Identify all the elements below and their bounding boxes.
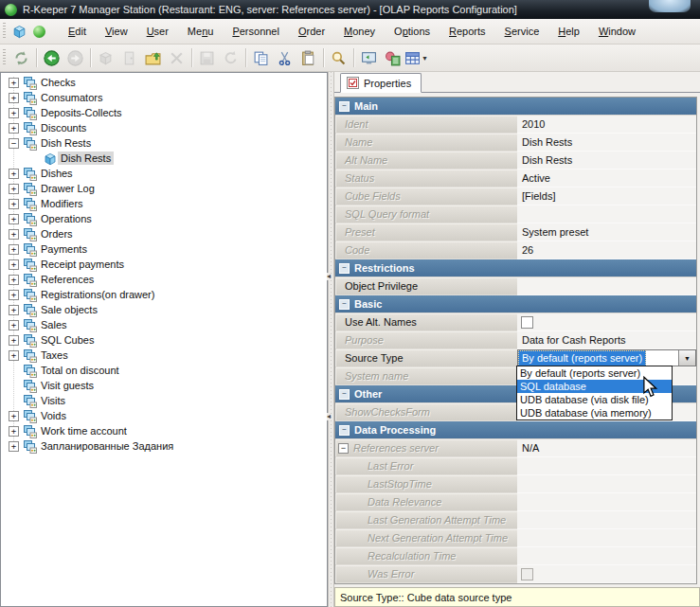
section-collapse-icon[interactable]: − bbox=[339, 425, 350, 436]
tree-item-drawer-log[interactable]: +Drawer Log bbox=[1, 181, 327, 196]
splitter-collapse-icon[interactable]: ◂ bbox=[327, 273, 331, 280]
expand-icon[interactable]: + bbox=[9, 290, 19, 300]
expand-icon[interactable]: + bbox=[9, 78, 19, 88]
expand-icon[interactable]: + bbox=[9, 123, 19, 134]
expand-icon[interactable]: + bbox=[9, 93, 19, 103]
collapse-icon[interactable]: − bbox=[338, 443, 349, 454]
section-header-restrictions[interactable]: −Restrictions bbox=[335, 259, 696, 277]
dropdown-option-udb-database-via-memory[interactable]: UDB database (via memory) bbox=[517, 406, 672, 420]
tree-item-registrations-on-drawer[interactable]: +Registrations(on drawer) bbox=[1, 287, 327, 302]
tree-item-receipt-payments[interactable]: +Receipt payments bbox=[1, 257, 327, 272]
property-label-text: Object Privilege bbox=[345, 280, 418, 292]
menu-money[interactable]: Money bbox=[334, 22, 385, 41]
menu-view[interactable]: View bbox=[96, 22, 137, 41]
splitter-collapse-icon[interactable]: ◂ bbox=[327, 413, 331, 420]
search-button[interactable] bbox=[327, 47, 350, 69]
section-header-main[interactable]: −Main bbox=[335, 98, 696, 116]
expand-icon[interactable]: + bbox=[9, 169, 19, 179]
expand-icon[interactable]: + bbox=[9, 229, 19, 240]
section-header-basic[interactable]: −Basic bbox=[335, 295, 696, 313]
tree-item-dish-rests[interactable]: −Dish Rests bbox=[1, 135, 327, 151]
forward-button[interactable] bbox=[63, 47, 87, 69]
menu-order[interactable]: Order bbox=[289, 22, 334, 41]
tree-item-consumators[interactable]: +Consumators bbox=[1, 90, 327, 105]
cut-button[interactable] bbox=[273, 47, 296, 69]
tree-item-operations[interactable]: +Operations bbox=[1, 211, 327, 226]
window-controls-button[interactable] bbox=[649, 0, 691, 12]
menubar-grip[interactable] bbox=[3, 23, 6, 40]
menu-edit[interactable]: Edit bbox=[59, 22, 96, 41]
cubes-stack-icon bbox=[23, 91, 38, 105]
expand-icon[interactable]: + bbox=[9, 411, 19, 421]
import-button[interactable] bbox=[141, 47, 165, 69]
tab-properties[interactable]: Properties bbox=[340, 73, 422, 93]
paste-button[interactable] bbox=[296, 47, 320, 69]
tree-item-payments[interactable]: +Payments bbox=[1, 241, 327, 257]
tree-item-taxes[interactable]: +Taxes bbox=[1, 348, 327, 363]
property-value[interactable] bbox=[517, 313, 696, 331]
section-collapse-icon[interactable]: − bbox=[339, 263, 350, 274]
delete-button[interactable] bbox=[165, 47, 188, 69]
save-button[interactable] bbox=[195, 47, 219, 69]
menu-reports[interactable]: Reports bbox=[440, 22, 495, 41]
tree-item-visits[interactable]: +Visits bbox=[1, 393, 327, 408]
tree-item-deposits-collects[interactable]: +Deposits-Collects bbox=[1, 105, 327, 120]
section-collapse-icon[interactable]: − bbox=[339, 101, 350, 112]
expand-icon[interactable]: + bbox=[9, 244, 19, 255]
tree-item-total-on-discount[interactable]: +Total on discount bbox=[1, 363, 327, 378]
tree-item-references[interactable]: +References bbox=[1, 272, 327, 287]
menu-menu[interactable]: Menu bbox=[178, 22, 224, 41]
tree-item-sales[interactable]: +Sales bbox=[1, 317, 327, 332]
detach-button[interactable] bbox=[117, 47, 141, 69]
section-header-data-processing[interactable]: −Data Processing bbox=[335, 421, 696, 439]
expand-icon[interactable]: + bbox=[9, 335, 19, 346]
expand-icon[interactable]: + bbox=[9, 108, 19, 118]
section-collapse-icon[interactable]: − bbox=[339, 299, 350, 310]
panel-splitter[interactable]: ◂ ◂ bbox=[328, 72, 334, 607]
save-icon bbox=[199, 50, 215, 66]
property-value[interactable] bbox=[517, 277, 696, 295]
expand-icon[interactable]: + bbox=[9, 426, 19, 437]
preview-button[interactable] bbox=[357, 47, 381, 69]
expand-icon[interactable]: + bbox=[9, 214, 19, 224]
tree-item-modifiers[interactable]: +Modifiers bbox=[1, 196, 327, 211]
copy-button[interactable] bbox=[249, 47, 273, 69]
menu-options[interactable]: Options bbox=[385, 22, 440, 41]
expand-icon[interactable]: + bbox=[9, 305, 19, 315]
tree-item-dish-rests-child[interactable]: +Dish Rests bbox=[1, 151, 327, 166]
export-button[interactable] bbox=[381, 47, 404, 69]
tree-item-sale-objects[interactable]: +Sale objects bbox=[1, 302, 327, 317]
combo-dropdown-button[interactable]: ▼ bbox=[678, 350, 695, 366]
menu-window[interactable]: Window bbox=[589, 22, 645, 41]
expand-icon[interactable]: + bbox=[9, 184, 19, 194]
tree-item-orders[interactable]: +Orders bbox=[1, 226, 327, 241]
undo-button[interactable] bbox=[219, 47, 242, 69]
menu-service[interactable]: Service bbox=[495, 22, 549, 41]
tree-item-sql-cubes[interactable]: +SQL Cubes bbox=[1, 332, 327, 348]
source-type-combo[interactable]: By default (reports server)▼ bbox=[517, 349, 696, 366]
tree-item-dishes[interactable]: +Dishes bbox=[1, 166, 327, 181]
view-grid-button[interactable]: ▼ bbox=[404, 47, 428, 69]
expand-icon[interactable]: + bbox=[9, 350, 19, 361]
tree-item-visit-guests[interactable]: +Visit guests bbox=[1, 378, 327, 393]
menu-help[interactable]: Help bbox=[548, 22, 589, 41]
back-button[interactable] bbox=[40, 47, 63, 69]
data-cube-button[interactable] bbox=[94, 47, 117, 69]
expand-icon[interactable]: + bbox=[9, 199, 19, 209]
collapse-icon[interactable]: − bbox=[9, 138, 19, 149]
toolbar-grip[interactable] bbox=[3, 49, 6, 66]
menu-personnel[interactable]: Personnel bbox=[223, 22, 289, 41]
tree-item-voids[interactable]: +Voids bbox=[1, 408, 327, 423]
tree-item-discounts[interactable]: +Discounts bbox=[1, 120, 327, 135]
expand-icon[interactable]: + bbox=[9, 275, 19, 285]
expand-icon[interactable]: + bbox=[9, 259, 19, 270]
tree-item-work-time-account[interactable]: +Work time account bbox=[1, 423, 327, 438]
tree-item-запланированные-задания[interactable]: +Запланированные Задания bbox=[1, 438, 327, 454]
checkbox-use-alt-names[interactable] bbox=[521, 316, 533, 329]
menu-user[interactable]: User bbox=[137, 22, 178, 41]
section-collapse-icon[interactable]: − bbox=[339, 389, 350, 400]
expand-icon[interactable]: + bbox=[9, 320, 19, 330]
expand-icon[interactable]: + bbox=[9, 441, 19, 452]
refresh-button[interactable] bbox=[9, 47, 33, 69]
tree-item-checks[interactable]: +Checks bbox=[1, 75, 327, 90]
